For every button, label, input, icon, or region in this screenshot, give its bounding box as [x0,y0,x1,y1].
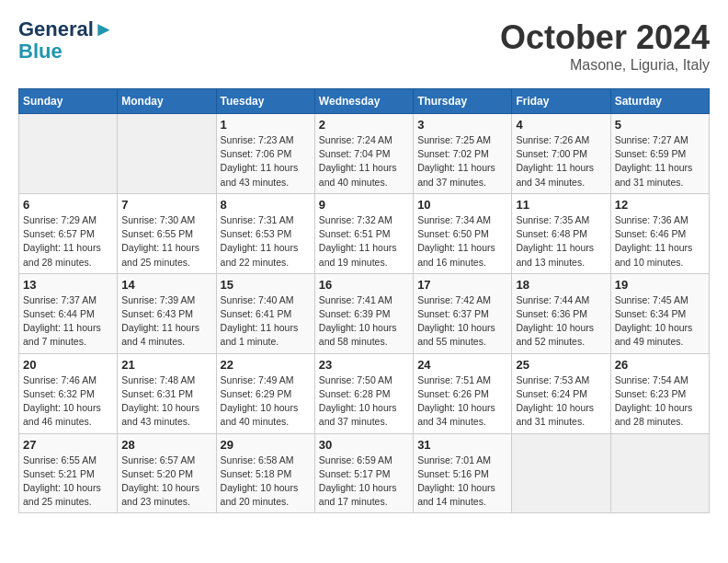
day-number: 6 [23,198,113,212]
day-number: 19 [615,278,705,292]
calendar-cell: 30Sunrise: 6:59 AMSunset: 5:17 PMDayligh… [314,433,413,513]
day-number: 9 [319,198,409,212]
day-number: 14 [121,278,211,292]
day-info: Sunrise: 7:48 AMSunset: 6:31 PMDaylight:… [121,373,211,430]
day-info: Sunrise: 7:45 AMSunset: 6:34 PMDaylight:… [615,293,705,350]
day-number: 21 [121,358,211,372]
day-number: 25 [516,358,606,372]
logo-text: General► [18,18,114,40]
calendar-cell: 17Sunrise: 7:42 AMSunset: 6:37 PMDayligh… [414,273,512,353]
day-info: Sunrise: 6:55 AMSunset: 5:21 PMDaylight:… [23,454,113,510]
day-info: Sunrise: 7:23 AMSunset: 7:06 PMDaylight:… [221,133,311,190]
day-info: Sunrise: 7:39 AMSunset: 6:43 PMDaylight:… [121,293,211,350]
day-number: 4 [516,118,606,132]
weekday-header-sunday: Sunday [19,89,118,114]
day-info: Sunrise: 7:31 AMSunset: 6:53 PMDaylight:… [221,213,311,270]
calendar-cell: 19Sunrise: 7:45 AMSunset: 6:34 PMDayligh… [610,273,709,353]
calendar-cell: 8Sunrise: 7:31 AMSunset: 6:53 PMDaylight… [216,193,314,273]
calendar-cell: 24Sunrise: 7:51 AMSunset: 6:26 PMDayligh… [414,353,512,433]
calendar-cell: 16Sunrise: 7:41 AMSunset: 6:39 PMDayligh… [314,273,413,353]
day-info: Sunrise: 7:49 AMSunset: 6:29 PMDaylight:… [221,373,311,430]
logo: General► Blue [18,18,114,63]
location: Masone, Liguria, Italy [500,57,710,74]
calendar-cell: 21Sunrise: 7:48 AMSunset: 6:31 PMDayligh… [118,353,216,433]
day-info: Sunrise: 7:29 AMSunset: 6:57 PMDaylight:… [23,213,113,270]
day-info: Sunrise: 6:59 AMSunset: 5:17 PMDaylight:… [319,454,409,510]
day-number: 31 [417,438,507,452]
calendar-cell [512,433,610,513]
day-number: 16 [319,278,409,292]
day-number: 22 [221,358,311,372]
week-row-3: 13Sunrise: 7:37 AMSunset: 6:44 PMDayligh… [19,273,710,353]
calendar-cell: 25Sunrise: 7:53 AMSunset: 6:24 PMDayligh… [512,353,610,433]
weekday-header-tuesday: Tuesday [216,89,314,114]
day-number: 15 [221,278,311,292]
title-block: October 2024 Masone, Liguria, Italy [500,18,710,74]
week-row-2: 6Sunrise: 7:29 AMSunset: 6:57 PMDaylight… [19,193,710,273]
calendar-cell: 4Sunrise: 7:26 AMSunset: 7:00 PMDaylight… [512,114,610,194]
calendar-cell: 2Sunrise: 7:24 AMSunset: 7:04 PMDaylight… [314,114,413,194]
calendar-cell: 31Sunrise: 7:01 AMSunset: 5:16 PMDayligh… [414,433,512,513]
calendar-cell: 28Sunrise: 6:57 AMSunset: 5:20 PMDayligh… [118,433,216,513]
day-number: 5 [615,118,705,132]
day-info: Sunrise: 7:34 AMSunset: 6:50 PMDaylight:… [417,213,507,270]
day-number: 26 [615,358,705,372]
calendar-cell: 15Sunrise: 7:40 AMSunset: 6:41 PMDayligh… [216,273,314,353]
day-info: Sunrise: 7:35 AMSunset: 6:48 PMDaylight:… [516,213,606,270]
calendar-cell: 12Sunrise: 7:36 AMSunset: 6:46 PMDayligh… [610,193,709,273]
day-info: Sunrise: 7:25 AMSunset: 7:02 PMDaylight:… [417,133,507,190]
day-number: 3 [417,118,507,132]
calendar-cell: 29Sunrise: 6:58 AMSunset: 5:18 PMDayligh… [216,433,314,513]
day-number: 13 [23,278,113,292]
calendar-cell: 6Sunrise: 7:29 AMSunset: 6:57 PMDaylight… [19,193,118,273]
day-info: Sunrise: 7:37 AMSunset: 6:44 PMDaylight:… [23,293,113,350]
day-number: 17 [417,278,507,292]
day-info: Sunrise: 7:30 AMSunset: 6:55 PMDaylight:… [121,213,211,270]
weekday-header-monday: Monday [118,89,216,114]
logo-blue: Blue [18,40,114,63]
page-header: General► Blue October 2024 Masone, Ligur… [18,18,710,74]
day-number: 12 [615,198,705,212]
day-info: Sunrise: 7:44 AMSunset: 6:36 PMDaylight:… [516,293,606,350]
weekday-header-thursday: Thursday [414,89,512,114]
day-number: 23 [319,358,409,372]
day-info: Sunrise: 7:41 AMSunset: 6:39 PMDaylight:… [319,293,409,350]
calendar-cell: 1Sunrise: 7:23 AMSunset: 7:06 PMDaylight… [216,114,314,194]
day-number: 24 [417,358,507,372]
calendar-cell [118,114,216,194]
calendar-cell [610,433,709,513]
day-info: Sunrise: 7:27 AMSunset: 6:59 PMDaylight:… [615,133,705,190]
day-info: Sunrise: 7:50 AMSunset: 6:28 PMDaylight:… [319,373,409,430]
day-info: Sunrise: 7:54 AMSunset: 6:23 PMDaylight:… [615,373,705,430]
calendar-cell [19,114,118,194]
day-number: 28 [121,438,211,452]
calendar-table: SundayMondayTuesdayWednesdayThursdayFrid… [18,88,710,513]
weekday-header-saturday: Saturday [610,89,709,114]
calendar-cell: 7Sunrise: 7:30 AMSunset: 6:55 PMDaylight… [118,193,216,273]
day-info: Sunrise: 7:40 AMSunset: 6:41 PMDaylight:… [221,293,311,350]
calendar-cell: 20Sunrise: 7:46 AMSunset: 6:32 PMDayligh… [19,353,118,433]
calendar-cell: 27Sunrise: 6:55 AMSunset: 5:21 PMDayligh… [19,433,118,513]
day-info: Sunrise: 6:57 AMSunset: 5:20 PMDaylight:… [121,454,211,510]
calendar-cell: 13Sunrise: 7:37 AMSunset: 6:44 PMDayligh… [19,273,118,353]
calendar-cell: 3Sunrise: 7:25 AMSunset: 7:02 PMDaylight… [414,114,512,194]
day-info: Sunrise: 7:51 AMSunset: 6:26 PMDaylight:… [417,373,507,430]
calendar-cell: 5Sunrise: 7:27 AMSunset: 6:59 PMDaylight… [610,114,709,194]
day-number: 29 [221,438,311,452]
week-row-5: 27Sunrise: 6:55 AMSunset: 5:21 PMDayligh… [19,433,710,513]
day-number: 11 [516,198,606,212]
day-info: Sunrise: 7:24 AMSunset: 7:04 PMDaylight:… [319,133,409,190]
day-number: 20 [23,358,113,372]
weekday-header-friday: Friday [512,89,610,114]
day-number: 30 [319,438,409,452]
day-number: 8 [221,198,311,212]
day-number: 10 [417,198,507,212]
calendar-cell: 9Sunrise: 7:32 AMSunset: 6:51 PMDaylight… [314,193,413,273]
month-year: October 2024 [500,18,710,57]
calendar-cell: 22Sunrise: 7:49 AMSunset: 6:29 PMDayligh… [216,353,314,433]
day-info: Sunrise: 7:36 AMSunset: 6:46 PMDaylight:… [615,213,705,270]
day-info: Sunrise: 6:58 AMSunset: 5:18 PMDaylight:… [221,454,311,510]
day-number: 18 [516,278,606,292]
day-info: Sunrise: 7:01 AMSunset: 5:16 PMDaylight:… [417,454,507,510]
day-info: Sunrise: 7:42 AMSunset: 6:37 PMDaylight:… [417,293,507,350]
